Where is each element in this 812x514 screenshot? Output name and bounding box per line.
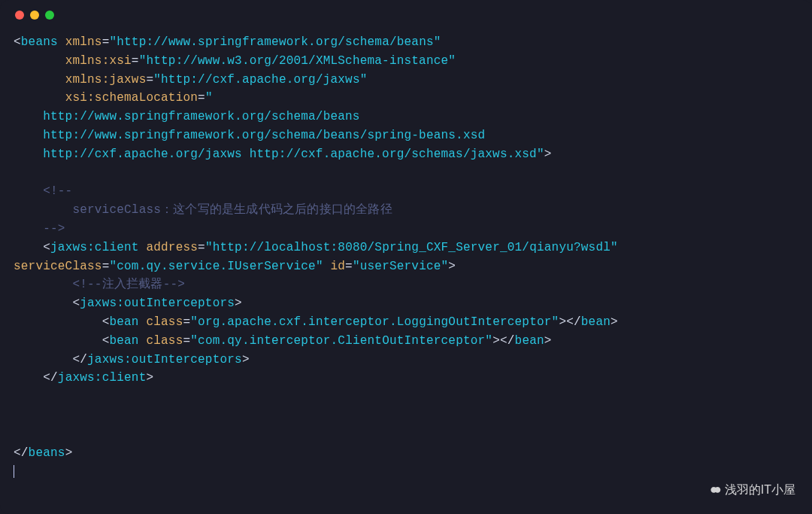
code-token: <!-- xyxy=(43,184,72,198)
code-token xyxy=(14,334,102,348)
code-token: class xyxy=(146,315,183,329)
code-token: < xyxy=(72,297,80,310)
code-token: jaxws:outInterceptors xyxy=(87,353,242,366)
code-token xyxy=(14,371,43,385)
code-token: http://www.springframework.org/schema/be… xyxy=(14,129,485,142)
code-token: xmlns xyxy=(65,35,102,49)
code-token: serviceClass：这个写的是生成代码之后的接口的全路径 xyxy=(14,203,392,217)
code-token: = xyxy=(345,260,353,273)
code-token: xmlns:xsi xyxy=(65,54,132,68)
code-token: = xyxy=(102,260,110,273)
code-token: "org.apache.cxf.interceptor.LoggingOutIn… xyxy=(190,315,559,329)
code-token xyxy=(139,334,147,348)
code-token xyxy=(14,222,43,236)
code-token: < xyxy=(102,334,110,348)
code-token: < xyxy=(14,35,21,49)
code-token: > xyxy=(65,446,73,460)
code-token: > xyxy=(544,334,552,348)
close-icon[interactable] xyxy=(15,11,24,20)
code-token: class xyxy=(146,334,183,348)
minimize-icon[interactable] xyxy=(30,11,39,20)
code-token: "http://www.springframework.org/schema/b… xyxy=(109,35,441,49)
code-token: http://cxf.apache.org/jaxws http://cxf.a… xyxy=(14,148,544,161)
text-cursor xyxy=(14,465,14,479)
code-token xyxy=(14,241,43,254)
code-token xyxy=(14,184,43,198)
code-token: > xyxy=(146,371,153,385)
code-token xyxy=(14,278,72,291)
code-token: = xyxy=(146,73,153,87)
maximize-icon[interactable] xyxy=(45,11,54,20)
code-token: "com.qy.service.IUserService" xyxy=(109,260,323,273)
code-token xyxy=(58,35,65,49)
code-token xyxy=(14,73,65,87)
code-token: bean xyxy=(109,315,138,329)
code-token: > xyxy=(448,260,456,273)
code-token: ></ xyxy=(492,334,514,348)
code-token: " xyxy=(205,91,213,105)
code-token xyxy=(14,315,102,329)
code-token: bean xyxy=(515,334,544,348)
code-token: > xyxy=(242,353,250,366)
code-token: address xyxy=(146,241,198,254)
code-token xyxy=(139,241,147,254)
code-token: "http://www.w3.org/2001/XMLSchema-instan… xyxy=(139,54,456,68)
code-token: </ xyxy=(14,446,29,460)
code-token: beans xyxy=(29,446,65,460)
code-token: "com.qy.interceptor.ClientOutInterceptor… xyxy=(190,334,492,348)
code-token: xsi:schemaLocation xyxy=(65,91,198,105)
code-token: "userService" xyxy=(353,260,448,273)
watermark: ●● 浅羽的IT小屋 xyxy=(710,479,795,500)
code-token: xmlns:jaxws xyxy=(65,73,147,87)
watermark-text: 浅羽的IT小屋 xyxy=(725,481,795,500)
code-token: jaxws:client xyxy=(50,241,139,254)
code-token: --> xyxy=(43,222,65,236)
code-token: jaxws:outInterceptors xyxy=(80,297,235,310)
code-token xyxy=(14,54,65,68)
code-token: bean xyxy=(109,334,138,348)
wechat-icon: ●● xyxy=(710,479,717,500)
code-token: jaxws:client xyxy=(58,371,147,385)
code-token: <!--注入拦截器--> xyxy=(72,278,185,291)
code-token: "http://cxf.apache.org/jaxws" xyxy=(153,73,367,87)
code-token: > xyxy=(235,297,242,310)
code-token: = xyxy=(183,315,190,329)
code-token: = xyxy=(102,35,110,49)
code-token: beans xyxy=(21,35,58,49)
code-token xyxy=(618,241,626,254)
code-token: < xyxy=(43,241,50,254)
code-token: > xyxy=(544,148,552,161)
code-token xyxy=(14,297,72,310)
code-token: < xyxy=(102,315,110,329)
code-token xyxy=(14,91,65,105)
code-token: = xyxy=(183,334,190,348)
code-token: </ xyxy=(43,371,58,385)
code-token: = xyxy=(198,241,205,254)
code-token: ></ xyxy=(559,315,580,329)
code-token: "http://localhost:8080/Spring_CXF_Server… xyxy=(205,241,618,254)
code-token: > xyxy=(611,315,618,329)
code-token: = xyxy=(132,54,139,68)
code-token xyxy=(139,315,147,329)
code-token: bean xyxy=(581,315,611,329)
code-token xyxy=(14,353,72,366)
code-token: = xyxy=(198,91,205,105)
window-titlebar xyxy=(0,0,812,27)
code-token: id xyxy=(331,260,346,273)
code-window: <beans xmlns="http://www.springframework… xyxy=(0,0,812,514)
code-token: </ xyxy=(72,353,87,366)
code-block: <beans xmlns="http://www.springframework… xyxy=(0,27,812,481)
code-token xyxy=(323,260,331,273)
code-token: serviceClass xyxy=(14,260,102,273)
code-token: http://www.springframework.org/schema/be… xyxy=(14,110,360,123)
